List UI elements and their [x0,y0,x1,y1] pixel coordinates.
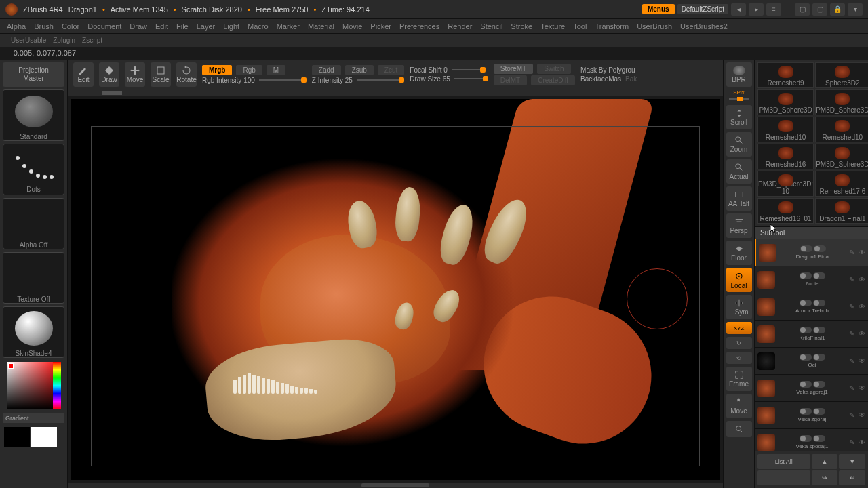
mrgb-button[interactable]: Mrgb [202,65,232,75]
projection-master-button[interactable]: Projection Master [3,62,64,87]
prev-icon[interactable]: ◂ [731,3,746,16]
move-mode-button[interactable]: Move [125,62,145,87]
zadd-button[interactable]: Zadd [312,65,341,75]
persp-button[interactable]: Persp [726,214,752,238]
brush-preview-icon[interactable] [15,96,53,127]
scroll-button[interactable]: Scroll [726,105,752,129]
zcut-button[interactable]: Zcut [378,65,404,75]
tool-thumb[interactable]: Remeshed16_01 [757,198,814,224]
rotate-y-icon[interactable]: ↻ [726,337,752,349]
edit-mode-button[interactable]: Edit [73,62,94,87]
menus-button[interactable]: Menus [642,4,675,14]
menu-render[interactable]: Render [448,22,472,30]
menu-zscript[interactable]: Zscript [82,37,102,44]
frame-button[interactable]: Frame [726,367,752,391]
del-mt-button[interactable]: DelMT [494,75,527,85]
store-mt-button[interactable]: StoreMT [494,64,533,74]
menu-stroke[interactable]: Stroke [511,22,532,30]
bpr-button[interactable]: BPR [726,62,752,87]
zoom-button[interactable]: Zoom [726,132,752,157]
mask-polygroup-button[interactable]: Mask By Polygrou [580,66,635,74]
arrow1-button[interactable]: ↪ [812,470,838,485]
tool-thumb[interactable]: PM3D_Sphere3D [757,89,814,115]
menu-tool[interactable]: Tool [573,22,587,30]
move-down-button[interactable]: ▼ [839,454,865,469]
move-viewport-button[interactable]: Move [726,394,752,418]
menu-userbrush[interactable]: UserBrush [637,22,672,30]
tool-thumb[interactable]: Remeshed9 [757,62,814,88]
switch-button[interactable]: Switch [537,64,570,74]
list-all-button[interactable]: List All [757,454,810,469]
draw-size-label[interactable]: Draw Size 65 [410,75,450,83]
rgb-intensity-label[interactable]: Rgb Intensity 100 [202,77,255,84]
menu-stencil[interactable]: Stencil [480,22,502,30]
move-up-button[interactable]: ▲ [812,454,838,469]
menu-zplugin[interactable]: Zplugin [53,37,75,44]
rgb-button[interactable]: Rgb [236,65,262,75]
rgb-intensity-slider[interactable] [259,79,307,81]
floor-button[interactable]: Floor [726,241,752,265]
subtool-item[interactable]: KriloFinal1✎👁 [755,321,868,348]
tool-thumb[interactable]: Remeshed10 [757,117,814,142]
subtool-item[interactable]: Oci✎👁 [755,348,868,375]
zsub-button[interactable]: Zsub [345,65,374,75]
menu-userusable[interactable]: UserUsable [11,37,46,44]
tool-thumb[interactable]: Dragon1 Final1 [815,198,868,224]
tool-thumb[interactable]: PM3D_Sphere3D [815,89,868,115]
tool-thumb[interactable]: Remeshed17 6 [815,171,868,197]
focal-shift-slider[interactable] [452,69,486,70]
alpha-preview[interactable] [15,203,53,237]
z-intensity-label[interactable]: Z Intensity 25 [312,77,353,84]
lsym-button[interactable]: L.Sym [726,295,752,319]
next-icon[interactable]: ▸ [749,3,764,16]
timeline-scrubber[interactable] [102,91,122,95]
lock-icon[interactable]: 🔒 [830,3,845,16]
menu-document[interactable]: Document [87,22,121,30]
focal-shift-label[interactable]: Focal Shift 0 [410,66,448,74]
rotate-z-icon[interactable]: ⟲ [726,352,752,364]
xyz-button[interactable]: XYZ [726,322,752,334]
menu-light[interactable]: Light [223,22,239,30]
menu-draw[interactable]: Draw [130,22,147,30]
material-preview-icon[interactable] [15,311,53,346]
panel2-icon[interactable]: ▢ [812,3,827,16]
rotate-mode-button[interactable]: Rotate [176,62,197,87]
menu-movie[interactable]: Movie [342,22,362,30]
tool-thumb[interactable]: Remeshed16 [757,144,814,169]
bottom-scrubber[interactable] [68,483,723,488]
subtool-item[interactable]: Dragon1 Final✎👁 [755,239,868,266]
tool-thumb[interactable]: Sphere3D2 [815,62,868,88]
color-black-swatch[interactable] [4,427,30,447]
draw-mode-button[interactable]: Draw [99,62,119,87]
menu-preferences[interactable]: Preferences [399,22,439,30]
menu-marker[interactable]: Marker [277,22,300,30]
stroke-preview-icon[interactable] [10,149,58,183]
actual-button[interactable]: Actual [726,159,752,184]
tool-thumb[interactable]: Remeshed10 [815,117,868,142]
menu-edit[interactable]: Edit [155,22,168,30]
menu-brush[interactable]: Brush [34,22,54,30]
color-white-swatch[interactable] [31,427,57,447]
menu-texture[interactable]: Texture [540,22,565,30]
menu-layer[interactable]: Layer [197,22,216,30]
eye-icon[interactable]: 👁 [859,249,865,256]
spix-label[interactable]: SPix [733,89,744,96]
subtool-item[interactable]: Veka spodaj1✎👁 [755,429,868,451]
dropdown-icon[interactable]: ▾ [848,3,863,16]
create-diff-button[interactable]: CreateDiff [531,75,575,85]
tool-thumb[interactable]: PM3D_Sphere3D [815,144,868,169]
arrow2-button[interactable]: ↩ [839,470,865,485]
subtool-item[interactable]: Zobie✎👁 [755,266,868,293]
tool-thumb[interactable]: PM3D_Sphere3D: 10 [757,171,814,197]
zoom2-icon[interactable] [726,421,752,437]
texture-preview[interactable] [15,257,53,291]
draw-size-slider[interactable] [454,78,488,79]
subtool-item[interactable]: Armor Trebuh✎👁 [755,293,868,321]
menu-macro[interactable]: Macro [248,22,269,30]
scale-mode-button[interactable]: Scale [151,62,171,87]
menu-material[interactable]: Material [308,22,334,30]
aahalf-button[interactable]: AAHalf [726,186,752,211]
default-zscript-button[interactable]: DefaultZScript [677,4,728,14]
menu-transform[interactable]: Transform [595,22,629,30]
local-button[interactable]: ⊙Local [726,268,752,292]
